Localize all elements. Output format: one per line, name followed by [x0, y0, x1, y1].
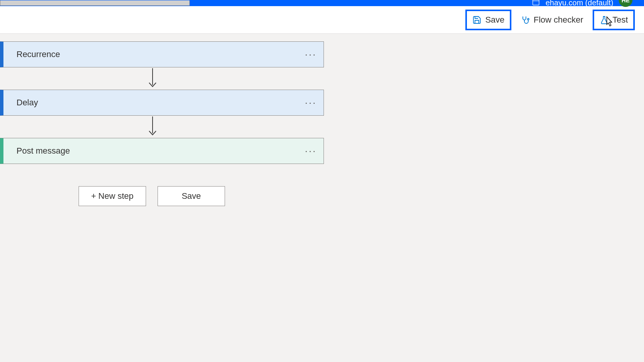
more-options-icon[interactable]: ···: [305, 49, 317, 61]
save-step-button[interactable]: Save: [158, 186, 225, 206]
save-button[interactable]: Save: [465, 10, 511, 30]
save-icon: [472, 15, 481, 25]
canvas-actions: + New step Save: [79, 186, 644, 206]
flow-step-delay[interactable]: Delay ···: [0, 90, 324, 116]
flow-step-post-message[interactable]: Post message ···: [0, 138, 324, 164]
save-label: Save: [485, 15, 504, 25]
more-options-icon[interactable]: ···: [305, 97, 317, 109]
environment-info[interactable]: ehayu.com (default): [532, 0, 625, 8]
toolbar: Save Flow checker Test: [0, 6, 644, 34]
header-bar: ehayu.com (default) HE: [0, 0, 644, 6]
flow-canvas: Recurrence ··· Delay ··· Post message ··…: [0, 34, 644, 206]
svg-point-2: [527, 18, 529, 20]
stethoscope-icon: [521, 15, 530, 25]
arrow-connector: [145, 67, 160, 90]
step-title: Post message: [16, 146, 70, 156]
step-title: Delay: [16, 98, 38, 108]
environment-icon: [532, 0, 540, 8]
more-options-icon[interactable]: ···: [305, 145, 317, 157]
step-title: Recurrence: [16, 49, 60, 59]
flow-checker-button[interactable]: Flow checker: [515, 11, 589, 29]
test-button[interactable]: Test: [593, 10, 635, 30]
new-step-button[interactable]: + New step: [79, 186, 146, 206]
environment-label: ehayu.com (default): [545, 0, 613, 7]
search-input[interactable]: [0, 0, 190, 6]
flask-icon: [600, 15, 609, 25]
arrow-connector: [145, 116, 160, 138]
test-label: Test: [613, 15, 628, 25]
flow-checker-label: Flow checker: [534, 15, 583, 25]
flow-step-recurrence[interactable]: Recurrence ···: [0, 41, 324, 67]
